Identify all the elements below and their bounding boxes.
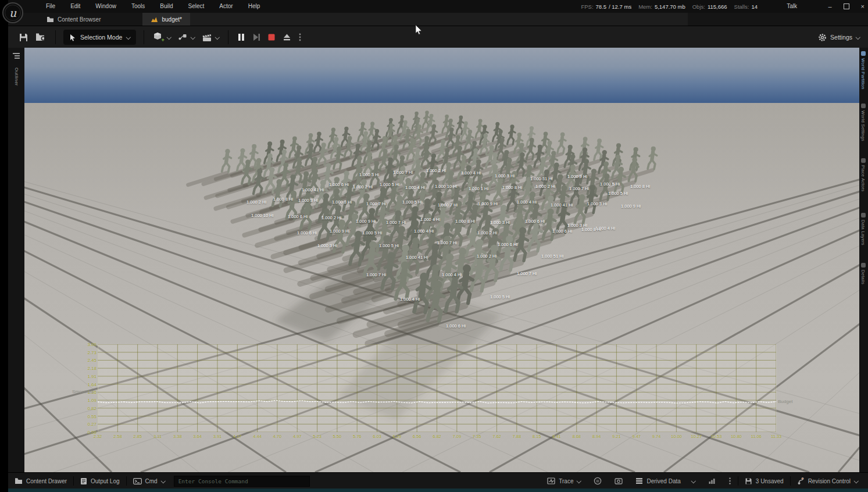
stats-button[interactable] xyxy=(702,473,722,489)
objs-label: Objs: xyxy=(692,3,705,10)
fps-label: FPS: xyxy=(581,3,593,10)
folder-icon xyxy=(47,16,54,23)
eject-button[interactable] xyxy=(279,28,295,46)
unsaved-button[interactable]: 3 Unsaved xyxy=(738,473,790,489)
chevron-down-icon xyxy=(691,479,695,483)
blueprints-button[interactable] xyxy=(174,28,198,46)
unreal-logo-icon[interactable]: u xyxy=(2,2,24,24)
mem-value: 5,147.70 mb xyxy=(655,3,685,10)
stalls-label: Stalls: xyxy=(734,3,749,10)
chart-asset-icon xyxy=(151,16,158,23)
scene-render xyxy=(24,48,859,472)
content-drawer-button[interactable]: Content Drawer xyxy=(8,473,73,489)
trace-icon xyxy=(547,477,555,484)
fps-value: 78.5 xyxy=(596,3,607,10)
more-options-button[interactable] xyxy=(722,473,738,489)
add-actor-button[interactable]: + xyxy=(149,28,174,46)
menu-item-select[interactable]: Select xyxy=(181,0,212,13)
log-icon xyxy=(80,477,87,485)
svg-text:+: + xyxy=(162,37,165,42)
right-tab-label: Place Actors xyxy=(860,165,866,191)
stats-icon xyxy=(708,477,716,484)
chevron-down-icon xyxy=(856,35,860,40)
branch-icon xyxy=(797,477,805,485)
add-actor-icon: + xyxy=(153,32,165,42)
right-dock-tabs: World PartitionWorld SettingsPlace Actor… xyxy=(859,48,868,472)
right-tab-world-settings[interactable]: World Settings xyxy=(860,104,866,141)
browse-content-button[interactable] xyxy=(32,28,50,46)
chevron-down-icon xyxy=(167,35,171,40)
output-log-button[interactable]: Output Log xyxy=(74,473,126,489)
browse-icon xyxy=(35,33,47,42)
panel-icon xyxy=(861,51,866,56)
screenshot-icon xyxy=(615,477,623,484)
console-command-input[interactable] xyxy=(174,476,310,487)
insights-icon xyxy=(594,477,602,485)
cinematics-button[interactable] xyxy=(198,28,223,46)
menu-item-help[interactable]: Help xyxy=(241,0,268,13)
mouse-cursor xyxy=(415,24,423,35)
save-button[interactable] xyxy=(15,28,32,46)
right-tab-label: World Partition xyxy=(860,58,866,90)
menu-item-tools[interactable]: Tools xyxy=(124,0,152,13)
tab-budget[interactable]: budget* xyxy=(142,13,190,26)
tab-label: Content Browser xyxy=(58,16,101,23)
title-bar: FileEditWindowToolsBuildSelectActorHelp … xyxy=(8,0,868,13)
main-toolbar: Selection Mode + xyxy=(8,26,868,49)
right-tab-world-partition[interactable]: World Partition xyxy=(860,51,866,90)
window-bottom-edge xyxy=(8,489,868,492)
selection-mode-dropdown[interactable]: Selection Mode xyxy=(63,30,136,45)
derived-data-icon xyxy=(635,477,643,484)
step-frame-button[interactable] xyxy=(249,28,264,46)
chevron-down-icon xyxy=(126,35,130,40)
tab-label: budget* xyxy=(162,16,181,23)
menu-item-actor[interactable]: Actor xyxy=(212,0,240,13)
revision-control-dropdown[interactable]: Revision Control xyxy=(791,473,865,489)
cmd-label: Cmd xyxy=(145,478,158,484)
stop-icon xyxy=(267,33,276,42)
folder-icon xyxy=(15,477,23,484)
panel-icon xyxy=(861,213,866,218)
talk-label[interactable]: Talk xyxy=(787,0,797,13)
right-tab-place-actors[interactable]: Place Actors xyxy=(860,158,866,191)
blueprints-icon xyxy=(178,33,188,41)
eject-icon xyxy=(283,33,291,42)
viewport-settings-button[interactable]: Settings xyxy=(818,33,860,42)
stop-button[interactable] xyxy=(264,28,279,46)
mem-label: Mem: xyxy=(638,3,652,10)
right-tab-details[interactable]: Details xyxy=(860,263,866,284)
window-controls: – × xyxy=(828,0,865,13)
menu-bar: FileEditWindowToolsBuildSelectActorHelp xyxy=(38,0,267,13)
kebab-icon xyxy=(298,33,302,42)
pause-button[interactable] xyxy=(234,28,249,46)
output-log-label: Output Log xyxy=(91,478,119,484)
chevron-down-icon xyxy=(577,479,581,483)
right-tab-label: World Settings xyxy=(860,110,866,141)
kebab-icon xyxy=(728,477,731,485)
menu-item-window[interactable]: Window xyxy=(88,0,124,13)
trace-dropdown[interactable]: Trace xyxy=(541,473,587,489)
outliner-dock-strip[interactable]: Outliner xyxy=(8,48,24,472)
outliner-icon xyxy=(12,52,20,59)
menu-item-edit[interactable]: Edit xyxy=(63,0,88,13)
cmd-dropdown[interactable]: Cmd xyxy=(127,473,172,489)
restore-button[interactable] xyxy=(844,3,849,9)
asset-tab-bar: Content Browser budget* xyxy=(8,13,868,26)
panel-icon xyxy=(861,104,866,108)
derived-data-dropdown[interactable]: Derived Data xyxy=(629,473,701,489)
perf-stats: FPS: 78.5 / 12.7 ms Mem: 5,147.70 mb Obj… xyxy=(576,0,758,13)
objs-value: 115,666 xyxy=(708,3,727,10)
play-options-button[interactable] xyxy=(295,28,305,46)
tab-content-browser[interactable]: Content Browser xyxy=(38,13,109,26)
selection-mode-label: Selection Mode xyxy=(80,34,122,41)
minimize-button[interactable]: – xyxy=(828,3,831,10)
level-viewport[interactable]: 1.000 3 Hi1.000 7 Hi1.000 2 Hi1.000 4 Hi… xyxy=(24,48,859,472)
right-tab-data-layers[interactable]: Data Layers xyxy=(860,213,866,245)
insights-button[interactable] xyxy=(587,473,608,489)
menu-item-build[interactable]: Build xyxy=(152,0,180,13)
close-button[interactable]: × xyxy=(861,3,865,10)
unreal-editor-window: u FileEditWindowToolsBuildSelectActorHel… xyxy=(0,0,868,492)
menu-item-file[interactable]: File xyxy=(38,0,63,13)
screenshot-button[interactable] xyxy=(608,473,629,489)
trace-label: Trace xyxy=(559,478,573,484)
